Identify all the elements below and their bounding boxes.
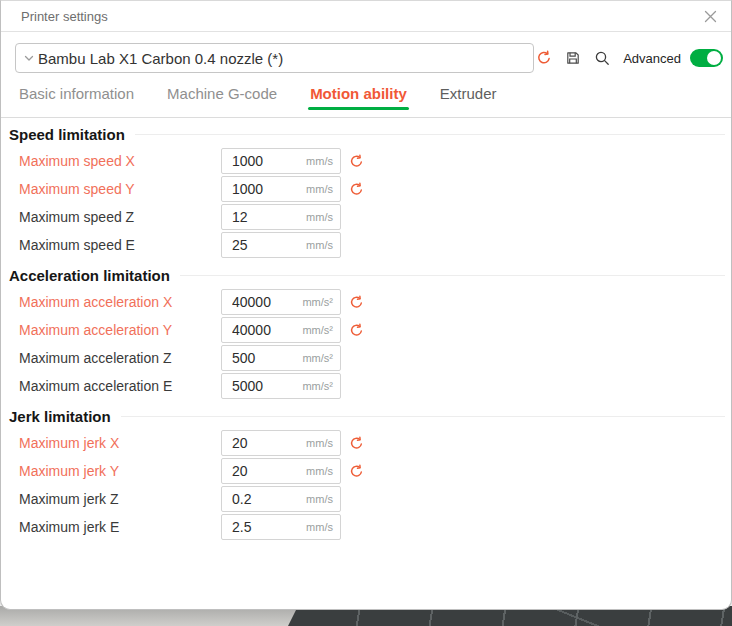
- max-speed-z-input[interactable]: [222, 209, 306, 225]
- setting-row: Maximum acceleration E mm/s²: [1, 372, 725, 400]
- printer-preset-select[interactable]: Bambu Lab X1 Carbon 0.4 nozzle (*): [15, 43, 534, 73]
- unit-label: mm/s: [306, 521, 340, 533]
- undo-icon: [349, 295, 364, 310]
- unit-label: mm/s: [306, 155, 340, 167]
- setting-row: Maximum speed X mm/s: [1, 147, 725, 175]
- setting-row: Maximum jerk E mm/s: [1, 513, 725, 541]
- setting-row: Maximum jerk X mm/s: [1, 429, 725, 457]
- max-jerk-y-field: mm/s: [221, 458, 341, 484]
- max-speed-y-field: mm/s: [221, 176, 341, 202]
- max-jerk-e-input[interactable]: [222, 519, 306, 535]
- max-jerk-z-field: mm/s: [221, 486, 341, 512]
- section-title-text: Acceleration limitation: [9, 267, 170, 284]
- dialog-title: Printer settings: [1, 9, 108, 24]
- setting-row: Maximum acceleration X mm/s²: [1, 288, 725, 316]
- setting-row: Maximum speed E mm/s: [1, 231, 725, 259]
- settings-content: Speed limitation Maximum speed X mm/s Ma…: [1, 122, 731, 541]
- unit-label: mm/s: [306, 183, 340, 195]
- preset-row: Bambu Lab X1 Carbon 0.4 nozzle (*) Advan…: [1, 32, 731, 73]
- setting-row: Maximum speed Z mm/s: [1, 203, 725, 231]
- setting-row: Maximum acceleration Y mm/s²: [1, 316, 725, 344]
- unit-label: mm/s: [306, 211, 340, 223]
- max-accel-y-field: mm/s²: [221, 317, 341, 343]
- undo-value-button[interactable]: [349, 182, 364, 197]
- max-speed-z-field: mm/s: [221, 204, 341, 230]
- undo-icon: [536, 50, 552, 66]
- max-speed-x-input[interactable]: [222, 153, 306, 169]
- section-rule: [121, 416, 725, 417]
- setting-label: Maximum speed Z: [19, 209, 221, 225]
- max-jerk-y-input[interactable]: [222, 463, 306, 479]
- undo-value-button[interactable]: [349, 464, 364, 479]
- preset-name: Bambu Lab X1 Carbon 0.4 nozzle (*): [38, 50, 283, 67]
- setting-label: Maximum speed Y: [19, 181, 221, 197]
- setting-row: Maximum jerk Z mm/s: [1, 485, 725, 513]
- unit-label: mm/s²: [302, 324, 340, 336]
- section-speed-limitation: Speed limitation: [1, 122, 725, 147]
- advanced-toggle[interactable]: [690, 49, 723, 67]
- undo-preset-button[interactable]: [534, 48, 554, 68]
- unit-label: mm/s: [306, 437, 340, 449]
- section-title-text: Jerk limitation: [9, 408, 111, 425]
- undo-value-button[interactable]: [349, 154, 364, 169]
- undo-icon: [349, 436, 364, 451]
- setting-label: Maximum jerk Z: [19, 491, 221, 507]
- unit-label: mm/s²: [302, 352, 340, 364]
- tab-bar: Basic information Machine G-code Motion …: [1, 73, 731, 118]
- max-accel-z-field: mm/s²: [221, 345, 341, 371]
- tab-motion-ability[interactable]: Motion ability: [308, 85, 409, 117]
- setting-row: Maximum speed Y mm/s: [1, 175, 725, 203]
- undo-value-button[interactable]: [349, 323, 364, 338]
- max-jerk-x-input[interactable]: [222, 435, 306, 451]
- search-icon: [594, 50, 611, 67]
- unit-label: mm/s: [306, 493, 340, 505]
- unit-label: mm/s: [306, 465, 340, 477]
- max-speed-y-input[interactable]: [222, 181, 306, 197]
- max-jerk-z-input[interactable]: [222, 491, 306, 507]
- setting-label: Maximum acceleration Y: [19, 322, 221, 338]
- max-accel-e-field: mm/s²: [221, 373, 341, 399]
- toggle-knob: [707, 51, 721, 65]
- setting-label: Maximum acceleration Z: [19, 350, 221, 366]
- max-accel-e-input[interactable]: [222, 378, 302, 394]
- max-accel-y-input[interactable]: [222, 322, 302, 338]
- section-jerk-limitation: Jerk limitation: [1, 404, 725, 429]
- setting-row: Maximum acceleration Z mm/s²: [1, 344, 725, 372]
- undo-icon: [349, 154, 364, 169]
- tab-basic-information[interactable]: Basic information: [17, 85, 136, 117]
- close-icon: [704, 10, 717, 23]
- setting-label: Maximum acceleration X: [19, 294, 221, 310]
- undo-icon: [349, 182, 364, 197]
- save-preset-button[interactable]: [563, 48, 583, 68]
- max-speed-e-input[interactable]: [222, 237, 306, 253]
- max-accel-z-input[interactable]: [222, 350, 302, 366]
- undo-value-button[interactable]: [349, 295, 364, 310]
- printer-settings-dialog: Printer settings Bambu Lab X1 Carbon 0.4…: [0, 0, 732, 610]
- setting-label: Maximum jerk X: [19, 435, 221, 451]
- max-speed-x-field: mm/s: [221, 148, 341, 174]
- section-title-text: Speed limitation: [9, 126, 125, 143]
- search-button[interactable]: [592, 48, 612, 68]
- unit-label: mm/s: [306, 239, 340, 251]
- unit-label: mm/s²: [302, 296, 340, 308]
- setting-label: Maximum speed E: [19, 237, 221, 253]
- advanced-label: Advanced: [623, 51, 681, 66]
- section-acceleration-limitation: Acceleration limitation: [1, 263, 725, 288]
- setting-label: Maximum speed X: [19, 153, 221, 169]
- setting-label: Maximum jerk Y: [19, 463, 221, 479]
- undo-icon: [349, 464, 364, 479]
- setting-label: Maximum acceleration E: [19, 378, 221, 394]
- undo-value-button[interactable]: [349, 436, 364, 451]
- save-icon: [565, 50, 581, 66]
- section-rule: [180, 275, 725, 276]
- tab-machine-gcode[interactable]: Machine G-code: [165, 85, 279, 117]
- setting-row: Maximum jerk Y mm/s: [1, 457, 725, 485]
- max-accel-x-input[interactable]: [222, 294, 302, 310]
- tab-extruder[interactable]: Extruder: [438, 85, 499, 117]
- max-speed-e-field: mm/s: [221, 232, 341, 258]
- section-rule: [135, 134, 725, 135]
- unit-label: mm/s²: [302, 380, 340, 392]
- undo-icon: [349, 323, 364, 338]
- close-button[interactable]: [697, 3, 723, 29]
- max-jerk-e-field: mm/s: [221, 514, 341, 540]
